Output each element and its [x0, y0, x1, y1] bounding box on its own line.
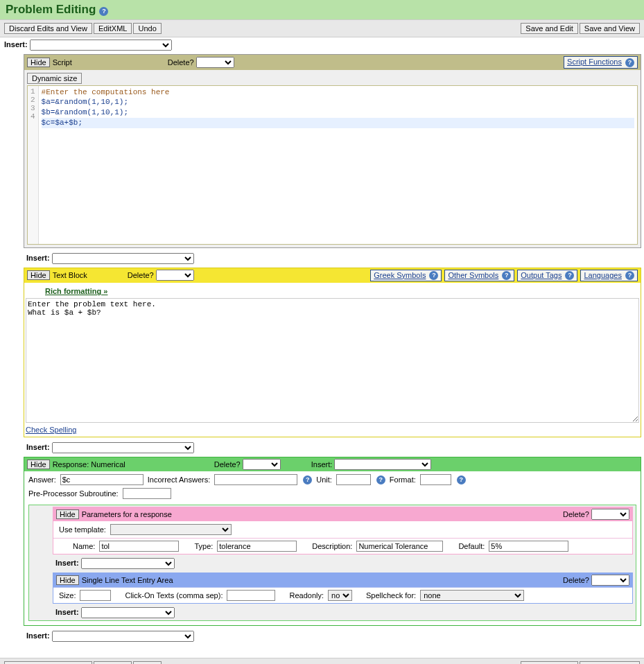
insert-label: Insert: — [4, 40, 28, 49]
insert-row-nested2: Insert: — [53, 605, 636, 620]
insert-row-top: Insert: — [0, 37, 644, 53]
hide-button[interactable]: Hide — [27, 58, 50, 67]
output-tags-link[interactable]: Output Tags — [521, 271, 562, 279]
answer-input[interactable] — [60, 474, 143, 485]
bottom-toolbar: Discard Edits and View EditXML Undo Save… — [0, 658, 644, 664]
delete-select[interactable] — [156, 270, 194, 281]
textline-label: Single Line Text Entry Area — [82, 576, 173, 584]
hide-button[interactable]: Hide — [56, 575, 79, 585]
response-label: Response: Numerical — [53, 460, 125, 469]
rich-formatting-link[interactable]: Rich formatting » — [45, 287, 107, 295]
other-symbols-link[interactable]: Other Symbols — [448, 271, 498, 279]
help-icon[interactable]: ? — [502, 271, 511, 280]
code-editor[interactable]: 1234 #Enter the computations here $a=&ra… — [27, 85, 638, 245]
script-functions-link[interactable]: Script Functions — [567, 58, 622, 66]
undo-button[interactable]: Undo — [133, 661, 161, 664]
save-view-button[interactable]: Save and View — [580, 23, 640, 34]
code-gutter: 1234 — [28, 86, 39, 244]
save-edit-button[interactable]: Save and Edit — [521, 661, 578, 664]
pdesc-input[interactable] — [356, 541, 443, 552]
spellcheck-select[interactable]: none — [420, 590, 524, 601]
insert-row-4: Insert: — [24, 629, 644, 644]
response-section: Hide Response: Numerical Delete? Insert:… — [24, 457, 641, 626]
params-section: Hide Parameters for a response Delete? U… — [53, 507, 633, 554]
insert-row-nested1: Insert: — [53, 556, 636, 571]
params-fields: Name: Type: Description: Default: — [53, 538, 632, 554]
insert-select[interactable] — [52, 253, 194, 264]
help-icon[interactable]: ? — [625, 58, 634, 67]
delete-label: Delete? — [168, 58, 194, 67]
textblock-header: Hide Text Block Delete? Greek Symbols ? … — [24, 268, 641, 283]
preproc-input[interactable] — [123, 488, 171, 499]
help-icon[interactable]: ? — [376, 475, 385, 484]
help-icon[interactable]: ? — [457, 475, 466, 484]
unit-input[interactable] — [336, 474, 371, 485]
delete-select[interactable] — [196, 57, 234, 68]
save-view-button[interactable]: Save and View — [580, 661, 640, 664]
insert-select[interactable] — [30, 40, 172, 51]
hide-button[interactable]: Hide — [27, 270, 50, 280]
response-header: Hide Response: Numerical Delete? Insert: — [24, 457, 641, 471]
help-icon[interactable]: ? — [429, 271, 438, 280]
ptype-label: Type: — [194, 542, 213, 550]
pdefault-input[interactable] — [489, 541, 568, 552]
greek-symbols-link[interactable]: Greek Symbols — [374, 271, 426, 279]
format-input[interactable] — [420, 474, 451, 485]
readonly-label: Readonly: — [289, 591, 324, 600]
hide-button[interactable]: Hide — [56, 509, 79, 519]
pdesc-label: Description: — [312, 542, 352, 550]
response-fields-row1: Answer: Incorrect Answers: ? Unit: ? For… — [26, 473, 639, 487]
clickon-input[interactable] — [227, 590, 275, 601]
pname-input[interactable] — [99, 541, 179, 552]
size-input[interactable] — [80, 590, 111, 601]
format-label: Format: — [390, 475, 416, 484]
save-edit-button[interactable]: Save and Edit — [521, 23, 578, 34]
page-title-bar: Problem Editing ? — [0, 0, 644, 19]
undo-button[interactable]: Undo — [133, 23, 161, 34]
spellcheck-label: Spellcheck for: — [366, 591, 416, 600]
insert-select[interactable] — [81, 607, 175, 618]
delete-select[interactable] — [243, 459, 281, 470]
pdefault-label: Default: — [458, 542, 485, 550]
use-template-select[interactable] — [110, 524, 232, 535]
size-label: Size: — [59, 591, 76, 600]
answer-label: Answer: — [28, 475, 56, 484]
textline-fields: Size: Click-On Texts (comma sep): Readon… — [53, 587, 632, 603]
code-lines[interactable]: #Enter the computations here $a=&random(… — [39, 86, 637, 244]
textblock-body: Rich formatting » Check Spelling — [24, 283, 641, 437]
hide-button[interactable]: Hide — [27, 460, 50, 469]
textblock-section: Hide Text Block Delete? Greek Symbols ? … — [24, 268, 641, 438]
page-title: Problem Editing — [6, 3, 96, 17]
script-body: Dynamic size 1234 #Enter the computation… — [24, 70, 641, 247]
discard-button[interactable]: Discard Edits and View — [4, 661, 92, 664]
languages-link[interactable]: Languages — [584, 271, 621, 279]
help-icon[interactable]: ? — [99, 7, 108, 16]
ptype-input[interactable] — [217, 541, 297, 552]
problem-text-area[interactable] — [26, 298, 639, 423]
insert-select[interactable] — [334, 459, 431, 470]
preproc-label: Pre-Processor Subroutine: — [28, 489, 119, 498]
help-icon[interactable]: ? — [565, 271, 574, 280]
readonly-select[interactable]: no — [328, 590, 352, 601]
delete-select[interactable] — [591, 509, 629, 520]
incorrect-input[interactable] — [214, 474, 297, 485]
insert-select[interactable] — [52, 631, 194, 642]
template-row: Use template: — [56, 523, 629, 536]
code-line-1: #Enter the computations here — [42, 87, 634, 98]
editxml-button[interactable]: EditXML — [94, 23, 132, 34]
response-fields-row2: Pre-Processor Subroutine: — [26, 487, 639, 500]
clickon-label: Click-On Texts (comma sep): — [125, 591, 223, 600]
top-toolbar: Discard Edits and View EditXML Undo Save… — [0, 19, 644, 37]
help-icon[interactable]: ? — [303, 475, 312, 484]
params-label: Parameters for a response — [82, 510, 172, 518]
discard-button[interactable]: Discard Edits and View — [4, 23, 92, 34]
delete-select[interactable] — [591, 575, 629, 586]
pname-label: Name: — [73, 542, 95, 550]
editxml-button[interactable]: EditXML — [94, 661, 132, 664]
insert-select[interactable] — [81, 558, 175, 569]
check-spelling-link[interactable]: Check Spelling — [26, 426, 76, 434]
dynamic-size-button[interactable]: Dynamic size — [27, 73, 82, 84]
insert-select[interactable] — [52, 442, 194, 453]
help-icon[interactable]: ? — [625, 271, 634, 280]
params-header: Hide Parameters for a response Delete? — [53, 507, 632, 521]
